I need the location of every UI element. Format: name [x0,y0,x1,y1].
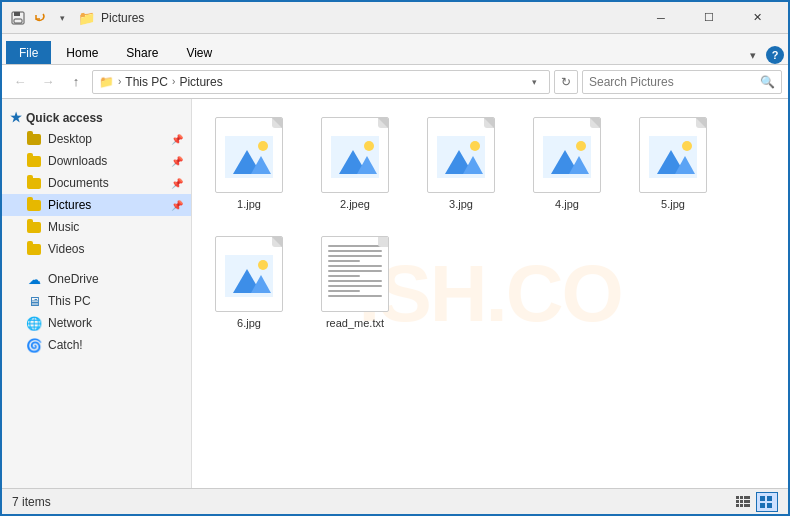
file-name-2jpeg: 2.jpeg [340,198,370,210]
file-name-4jpg: 4.jpg [555,198,579,210]
sidebar-item-thispc[interactable]: 🖥 This PC [2,290,191,312]
ribbon: File Home Share View ▾ ? [2,34,788,65]
search-input[interactable] [589,75,756,89]
quick-access-label: Quick access [26,111,103,125]
file-icon-4jpg [531,115,603,195]
collapse-ribbon-button[interactable]: ▾ [744,47,762,64]
tab-home[interactable]: Home [53,41,111,64]
address-bar: ← → ↑ 📁 › This PC › Pictures ▾ ↻ 🔍 [2,65,788,99]
maximize-button[interactable]: ☐ [686,2,732,34]
tab-file[interactable]: File [6,41,51,64]
image-file-icon [639,117,707,193]
ribbon-tabs: File Home Share View ▾ ? [2,34,788,64]
fold [272,118,282,128]
minimize-button[interactable]: ─ [638,2,684,34]
fold [484,118,494,128]
svg-point-14 [470,141,480,151]
pictures-folder-icon [26,197,42,213]
dropdown-icon[interactable]: ▾ [54,10,70,26]
file-item-2jpeg[interactable]: 2.jpeg [310,111,400,214]
music-folder-icon [26,219,42,235]
catch-icon: 🌀 [26,337,42,353]
sidebar-item-catch[interactable]: 🌀 Catch! [2,334,191,356]
sidebar-item-downloads-label: Downloads [48,154,165,168]
pin-icon-downloads: 📌 [171,156,183,167]
save-icon[interactable] [10,10,26,26]
address-path[interactable]: 📁 › This PC › Pictures ▾ [92,70,550,94]
svg-rect-32 [740,504,743,507]
txt-line-6 [328,270,382,272]
file-item-6jpg[interactable]: 6.jpg [204,230,294,333]
forward-button[interactable]: → [36,70,60,94]
file-item-5jpg[interactable]: 5.jpg [628,111,718,214]
svg-rect-2 [14,19,22,23]
tab-view[interactable]: View [173,41,225,64]
file-name-1jpg: 1.jpg [237,198,261,210]
window: ▾ 📁 Pictures ─ ☐ ✕ File Home Share View … [0,0,790,516]
sidebar-item-network[interactable]: 🌐 Network [2,312,191,334]
txt-line-2 [328,250,382,252]
txt-line-9 [328,285,382,287]
sidebar-item-music[interactable]: Music [2,216,191,238]
fold [590,118,600,128]
svg-rect-36 [760,496,765,501]
txt-line-11 [328,295,382,297]
file-icon-3jpg [425,115,497,195]
desktop-folder-icon [26,131,42,147]
help-button[interactable]: ? [766,46,784,64]
file-name-readme: read_me.txt [326,317,384,329]
svg-point-22 [682,141,692,151]
up-button[interactable]: ↑ [64,70,88,94]
quick-access-header[interactable]: ★ Quick access [2,107,191,128]
image-preview [640,118,706,192]
svg-rect-29 [736,500,739,503]
file-item-3jpg[interactable]: 3.jpg [416,111,506,214]
title-bar: ▾ 📁 Pictures ─ ☐ ✕ [2,2,788,34]
svg-point-26 [258,260,268,270]
sidebar-item-documents[interactable]: Documents 📌 [2,172,191,194]
file-name-6jpg: 6.jpg [237,317,261,329]
file-name-5jpg: 5.jpg [661,198,685,210]
large-icons-view-button[interactable] [756,492,778,512]
undo-icon[interactable] [32,10,48,26]
tab-share[interactable]: Share [113,41,171,64]
sidebar-item-downloads[interactable]: Downloads 📌 [2,150,191,172]
status-item-count: 7 items [12,495,732,509]
txt-line-3 [328,255,382,257]
pin-icon-documents: 📌 [171,178,183,189]
path-thispc[interactable]: This PC [125,75,168,89]
sidebar-item-videos-label: Videos [48,242,183,256]
status-bar: 7 items [2,488,788,514]
sidebar-item-desktop[interactable]: Desktop 📌 [2,128,191,150]
search-box[interactable]: 🔍 [582,70,782,94]
image-preview [534,118,600,192]
file-item-4jpg[interactable]: 4.jpg [522,111,612,214]
view-buttons [732,492,778,512]
back-button[interactable]: ← [8,70,32,94]
svg-rect-37 [767,496,772,501]
file-item-readme[interactable]: read_me.txt [310,230,400,333]
sidebar-item-onedrive[interactable]: ☁ OneDrive [2,268,191,290]
refresh-button[interactable]: ↻ [554,70,578,94]
svg-rect-28 [740,496,743,499]
file-icon-5jpg [637,115,709,195]
sidebar-item-videos[interactable]: Videos [2,238,191,260]
image-file-icon [321,117,389,193]
search-icon[interactable]: 🔍 [760,75,775,89]
file-area: iSH.CO [192,99,788,488]
path-icon: 📁 [99,75,114,89]
file-icon-1jpg [213,115,285,195]
svg-rect-30 [740,500,743,503]
sidebar-item-pictures[interactable]: Pictures 📌 [2,194,191,216]
svg-rect-34 [744,500,750,503]
sidebar-item-music-label: Music [48,220,183,234]
path-dropdown-button[interactable]: ▾ [525,71,543,93]
file-item-1jpg[interactable]: 1.jpg [204,111,294,214]
text-file-icon [321,236,389,312]
close-button[interactable]: ✕ [734,2,780,34]
ribbon-expand: ▾ ? [744,46,784,64]
path-pictures[interactable]: Pictures [179,75,222,89]
file-icon-2jpeg [319,115,391,195]
list-view-button[interactable] [732,492,754,512]
svg-point-18 [576,141,586,151]
